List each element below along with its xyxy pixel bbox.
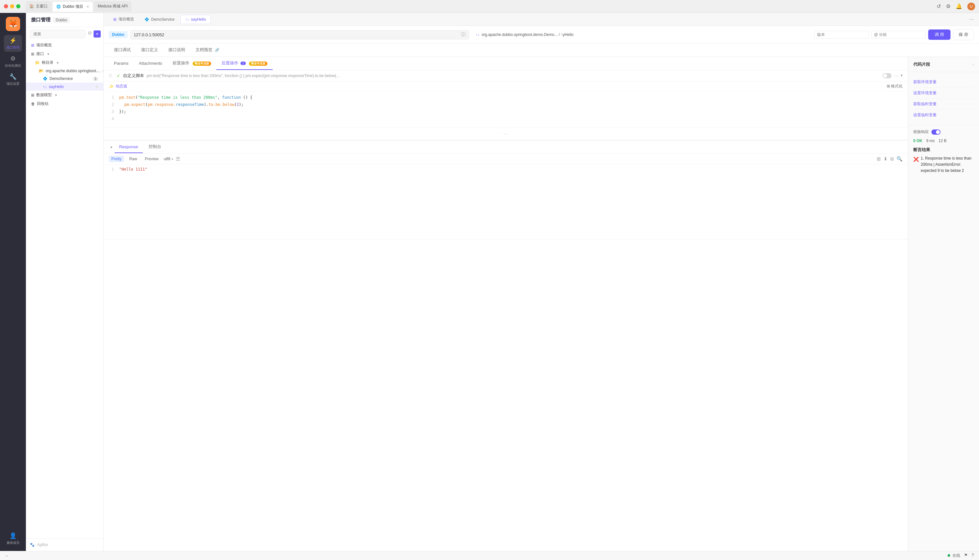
- tab-definition[interactable]: 接口定义: [136, 44, 163, 57]
- tree-label-recycle: 回收站: [37, 101, 48, 107]
- tree-item-overview[interactable]: ⊞ 项目概览: [26, 41, 103, 50]
- group-select[interactable]: [871, 31, 926, 38]
- dynamic-value-label: 动态值: [115, 83, 127, 89]
- tab-description[interactable]: 接口说明: [163, 44, 190, 57]
- editor-toolbar: ✨ 动态值 ⊞ 格式化: [103, 82, 908, 91]
- tab-main[interactable]: 🏠 主窗口: [25, 1, 52, 12]
- file-panel-header: 接口管理 Dubbo: [26, 13, 103, 27]
- get-env-var[interactable]: 获取环境变量: [913, 77, 974, 88]
- online-label: 在线: [952, 553, 960, 558]
- format-label: 格式化: [891, 84, 902, 88]
- url-info-icon[interactable]: ⓘ: [461, 32, 465, 38]
- tree-item-demo[interactable]: 💠 DemoService 1: [26, 75, 103, 83]
- toggle-switch[interactable]: [882, 73, 892, 78]
- download-icon[interactable]: ⬇: [884, 156, 888, 162]
- dynamic-value-btn[interactable]: ✨ 动态值: [109, 83, 127, 89]
- search-icon[interactable]: 🔍: [896, 156, 902, 162]
- refresh-icon[interactable]: ↺: [937, 3, 941, 9]
- sidebar-item-interface[interactable]: ⚡ 接口管理: [4, 35, 22, 52]
- bell-icon[interactable]: 🔔: [956, 3, 962, 9]
- search-input[interactable]: [30, 30, 85, 38]
- fmt-raw[interactable]: Raw: [127, 156, 140, 162]
- tab-pre-action[interactable]: 前置操作 商业专业版: [167, 57, 216, 70]
- top-nav-tab-overview[interactable]: ⊞ 项目概览: [109, 15, 138, 24]
- tree-item-org[interactable]: 📂 org.apache.dubbo.springboot.... 1: [26, 67, 103, 75]
- add-icon[interactable]: +: [93, 30, 101, 38]
- top-nav-tab-sayhello[interactable]: ↑↓ sayHello: [180, 15, 211, 24]
- version-select[interactable]: [814, 31, 869, 38]
- url-input[interactable]: [134, 30, 461, 39]
- expand-icon[interactable]: ⊞: [877, 156, 881, 162]
- help-icon[interactable]: ?: [972, 553, 974, 558]
- fmt-pretty[interactable]: Pretty: [109, 156, 124, 162]
- tab-dubbo[interactable]: 🌐 Dubbo 项目 ✕: [52, 1, 93, 12]
- apifox-brand: 🐾 Apifox: [30, 543, 99, 547]
- collapse-left-icon[interactable]: ←: [5, 553, 9, 558]
- code-snippets-section: 代码片段 ›: [908, 57, 979, 72]
- top-nav-tab-demo[interactable]: 💠 DemoService: [140, 15, 179, 23]
- sidebar-item-auto[interactable]: ⚙ 自动化测试: [4, 53, 22, 70]
- tree-item-datamodel[interactable]: ⊞ 数据模型 ▾: [26, 91, 103, 99]
- content-split: Params Attachments 前置操作 商业专业版 后置操作 1 商业专…: [103, 57, 979, 551]
- copy-icon[interactable]: ⧉: [890, 156, 894, 162]
- minimize-button[interactable]: [10, 4, 14, 8]
- response-body: 1 "Hello 1111": [103, 165, 908, 240]
- invoke-button[interactable]: 调 用: [928, 30, 951, 40]
- tab-debug[interactable]: 接口调试: [109, 44, 136, 57]
- chevron-down-icon[interactable]: ▾: [901, 73, 902, 78]
- tree-item-api[interactable]: ⊞ 接口 ▾: [26, 50, 103, 58]
- tree-label-org: org.apache.dubbo.springboot....: [46, 68, 100, 73]
- avatar[interactable]: U: [967, 3, 975, 10]
- top-nav-more[interactable]: ···: [969, 16, 974, 23]
- set-env-var[interactable]: 设置环境变量: [913, 88, 974, 99]
- tab-attachments[interactable]: Attachments: [134, 58, 167, 70]
- tab-doc-preview[interactable]: 文档预览 🔗: [190, 44, 225, 57]
- tree-item-sayhello[interactable]: ↑↓ sayHello: [26, 83, 103, 91]
- verify-toggle[interactable]: [931, 130, 941, 135]
- sidebar-bottom: 👤 邀请成员: [4, 530, 22, 547]
- titlebar: 🏠 主窗口 🌐 Dubbo 项目 ✕ Medusa 商城 API ↺ ⚙ 🔔 U: [0, 0, 979, 13]
- tab-close-icon[interactable]: ✕: [87, 5, 89, 8]
- response-format-bar: Pretty Raw Preview utf8 ▾ ☰: [103, 154, 908, 165]
- sidebar-item-member[interactable]: 👤 邀请成员: [4, 530, 22, 547]
- drag-handle-icon[interactable]: ⠿: [109, 73, 112, 78]
- gear-icon[interactable]: ⚙: [946, 3, 951, 9]
- tab-medusa[interactable]: Medusa 商城 API: [94, 1, 132, 12]
- assertion-item-1: ❌ 1. Response time is less than 200ms | …: [913, 155, 974, 174]
- tree-item-recycle[interactable]: 🗑 回收站: [26, 99, 103, 108]
- close-button[interactable]: [4, 4, 8, 8]
- tab-post-action[interactable]: 后置操作 1 商业专业版: [216, 57, 273, 70]
- maximize-button[interactable]: [16, 4, 20, 8]
- fmt-preview[interactable]: Preview: [142, 156, 161, 162]
- sidebar-label-settings: 项目设置: [7, 82, 19, 86]
- filter-icon[interactable]: ⊟: [88, 30, 92, 38]
- tab-params[interactable]: Params: [109, 58, 134, 70]
- code-line-3: 3 });: [109, 109, 902, 117]
- pre-commercial-badge: 商业专业版: [193, 62, 211, 66]
- response-tab-response[interactable]: Response: [115, 141, 143, 153]
- line-num-4: 4: [109, 117, 119, 121]
- flag-icon[interactable]: ⚑: [964, 553, 968, 558]
- demo-icon: 💠: [43, 77, 48, 81]
- set-temp-var[interactable]: 设置临时变量: [913, 110, 974, 120]
- sayhello-tab-icon: ↑↓: [185, 17, 189, 22]
- apifox-logo: 🐾: [30, 543, 35, 547]
- sidebar-item-settings[interactable]: 🔧 项目设置: [4, 71, 22, 88]
- code-content-1: pm.test("Response time is less than 200m…: [119, 95, 902, 100]
- sidebar-label-interface: 接口管理: [7, 45, 19, 50]
- get-temp-var[interactable]: 获取临时变量: [913, 99, 974, 110]
- format-btn[interactable]: ⊞ 格式化: [887, 83, 902, 89]
- root-folder-icon: 📁: [35, 60, 40, 65]
- code-editor[interactable]: 1 pm.test("Response time is less than 20…: [103, 91, 908, 128]
- project-badge: Dubbo: [53, 17, 70, 23]
- tree-item-root[interactable]: 📁 根目录 ▾: [26, 58, 103, 67]
- request-tabs: Params Attachments 前置操作 商业专业版 后置操作 1 商业专…: [103, 57, 908, 70]
- lines-icon[interactable]: ☰: [176, 156, 180, 162]
- settings-icon: 🔧: [9, 73, 17, 80]
- more-dots-icon[interactable]: ···: [894, 73, 898, 78]
- dubbo-icon: 🌐: [56, 5, 61, 9]
- home-icon: 🏠: [30, 4, 34, 8]
- save-button[interactable]: 保 存: [953, 29, 974, 40]
- response-tab-console[interactable]: 控制台: [144, 140, 166, 153]
- collapse-icon[interactable]: ◂: [109, 142, 113, 152]
